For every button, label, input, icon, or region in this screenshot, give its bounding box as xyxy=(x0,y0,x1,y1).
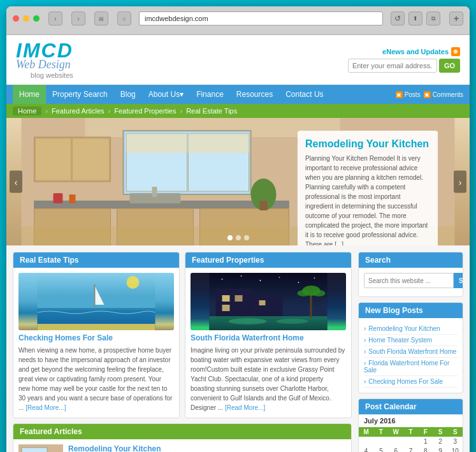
breadcrumb-featured-properties[interactable]: Featured Properties xyxy=(114,107,176,115)
rss-posts-icon: ▣ xyxy=(396,91,403,98)
cal-th-m: M xyxy=(359,427,373,437)
nav-posts-rss[interactable]: ▣ Posts xyxy=(396,91,421,98)
real-estate-read-more[interactable]: [Read More...] xyxy=(25,404,66,411)
browser-controls: ‹ › ▤ ⌂ imcdwebdesign.com ↺ ⬆ ⧉ + xyxy=(13,11,463,26)
cal-cell xyxy=(359,437,373,446)
home-button[interactable]: ⌂ xyxy=(117,11,131,26)
nav-blog[interactable]: Blog xyxy=(114,85,142,104)
minimize-dot[interactable] xyxy=(23,15,29,22)
nav-home[interactable]: Home xyxy=(13,85,46,104)
pool-thumbnail xyxy=(191,273,346,330)
search-widget-content: SEARCH xyxy=(359,268,463,296)
reload-button[interactable]: ↺ xyxy=(391,11,405,26)
blog-post-link-3[interactable]: South Florida Waterfront Home xyxy=(368,348,456,355)
blog-post-link-2[interactable]: Home Theater System xyxy=(368,337,432,344)
enews-label: eNews and Updates ⊕ xyxy=(382,47,460,56)
nav-resources[interactable]: Resources xyxy=(230,85,279,104)
blog-post-item-2: Home Theater System xyxy=(364,335,458,346)
calendar-body: 1 2 3 4 5 6 7 8 9 10 xyxy=(359,437,463,452)
cal-cell: 5 xyxy=(373,446,388,452)
svg-rect-17 xyxy=(260,201,268,210)
featured-article-item: Remodeling Your Kitchen Planning Your Ki… xyxy=(18,444,346,452)
breadcrumb-real-estate-tips: Real Estate Tips xyxy=(186,107,237,115)
kitchen-thumb xyxy=(18,444,63,452)
nav-contact-us[interactable]: Contact Us xyxy=(279,85,329,104)
hero-slider: Remodeling Your Kitchen Planning Your Ki… xyxy=(6,118,470,245)
rss-comments-icon: ▣ xyxy=(424,91,431,98)
svg-point-30 xyxy=(241,275,242,277)
cal-cell: 3 xyxy=(448,437,463,446)
svg-rect-4 xyxy=(73,138,110,180)
cal-th-f: F xyxy=(418,427,433,437)
logo-webdesign: Web Design xyxy=(16,58,73,71)
svg-point-29 xyxy=(222,279,223,280)
featured-property-title[interactable]: South Florida Waterfront Home xyxy=(191,333,346,342)
nav-finance[interactable]: Finance xyxy=(190,85,230,104)
plus-button[interactable]: + xyxy=(449,11,463,26)
svg-point-33 xyxy=(298,282,299,283)
cal-row-1: 1 2 3 xyxy=(359,437,463,446)
hero-text: Planning Your Kitchen Remodel It is very… xyxy=(305,154,430,245)
hero-dot-3[interactable] xyxy=(244,235,249,240)
cal-cell: 2 xyxy=(433,437,447,446)
hero-next-button[interactable]: › xyxy=(454,171,466,193)
blog-post-link-4[interactable]: Florida Waterfront Home For Sale xyxy=(364,360,449,374)
cal-cell xyxy=(373,437,388,446)
real-estate-tips-content: Checking Homes For Sale When viewing a n… xyxy=(13,268,179,418)
window-button[interactable]: ⧉ xyxy=(426,11,440,26)
featured-properties-article: South Florida Waterfront Home Imagine li… xyxy=(191,273,346,412)
address-bar[interactable]: imcdwebdesign.com xyxy=(139,11,383,26)
blog-post-item-1: Remodeling Your Kitchen xyxy=(364,323,458,335)
enews-input[interactable] xyxy=(348,59,437,73)
featured-article-title[interactable]: Remodeling Your Kitchen xyxy=(68,444,161,452)
hero-dot-2[interactable] xyxy=(236,235,241,240)
main-content: Real Estate Tips xyxy=(6,245,470,452)
blog-post-item-3: South Florida Waterfront Home xyxy=(364,346,458,358)
hero-prev-button[interactable]: ‹ xyxy=(10,171,22,193)
search-input[interactable] xyxy=(364,273,454,288)
breadcrumb-home[interactable]: Home xyxy=(13,106,41,115)
blog-post-list: Remodeling Your Kitchen Home Theater Sys… xyxy=(364,323,458,388)
featured-article-thumbnail xyxy=(18,444,63,452)
svg-rect-3 xyxy=(36,138,71,180)
cal-cell xyxy=(403,437,418,446)
blog-post-link-5[interactable]: Checking Homes For Sale xyxy=(368,378,443,385)
forward-button[interactable]: › xyxy=(71,11,85,26)
reader-button[interactable]: ▤ xyxy=(94,11,108,26)
cal-row-2: 4 5 6 7 8 9 10 xyxy=(359,446,463,452)
svg-rect-18 xyxy=(54,193,63,203)
blog-post-link-1[interactable]: Remodeling Your Kitchen xyxy=(368,325,440,332)
hero-dot-1[interactable] xyxy=(227,235,233,240)
svg-rect-8 xyxy=(127,134,187,153)
svg-rect-19 xyxy=(69,194,76,203)
svg-point-27 xyxy=(127,276,140,289)
back-button[interactable]: ‹ xyxy=(48,11,62,26)
enews-form: GO xyxy=(348,59,460,73)
breadcrumb-featured-articles[interactable]: Featured Articles xyxy=(52,107,105,115)
svg-rect-35 xyxy=(216,289,254,321)
calendar-table: M T W T F S S xyxy=(359,427,463,452)
cal-cell: 4 xyxy=(359,446,373,452)
left-column: Real Estate Tips xyxy=(13,252,352,452)
cal-cell: 7 xyxy=(403,446,418,452)
cal-cell: 9 xyxy=(433,446,447,452)
share-button[interactable]: ⬆ xyxy=(408,11,422,26)
cal-cell: 10 xyxy=(448,446,463,452)
svg-rect-26 xyxy=(94,284,96,307)
search-button[interactable]: SEARCH xyxy=(454,273,463,288)
close-dot[interactable] xyxy=(13,15,19,22)
cal-th-s1: S xyxy=(433,427,447,437)
nav-comments-rss[interactable]: ▣ Comments xyxy=(424,91,463,98)
nav-property-search[interactable]: Property Search xyxy=(46,85,114,104)
featured-articles-header: Featured Articles xyxy=(13,424,351,439)
real-estate-article-title[interactable]: Checking Homes For Sale xyxy=(18,333,174,342)
maximize-dot[interactable] xyxy=(33,15,40,22)
enews-submit-button[interactable]: GO xyxy=(439,59,460,73)
real-estate-article-text: When viewing a new home, a prospective h… xyxy=(18,346,174,412)
real-estate-article: Checking Homes For Sale When viewing a n… xyxy=(18,273,174,412)
nav-about-us[interactable]: About Us ▾ xyxy=(142,85,190,104)
hero-overlay: Remodeling Your Kitchen Planning Your Ki… xyxy=(298,131,438,245)
calendar-header-row: M T W T F S S xyxy=(359,427,463,437)
featured-property-read-more[interactable]: [Read More...] xyxy=(225,404,265,411)
svg-point-43 xyxy=(277,319,308,324)
